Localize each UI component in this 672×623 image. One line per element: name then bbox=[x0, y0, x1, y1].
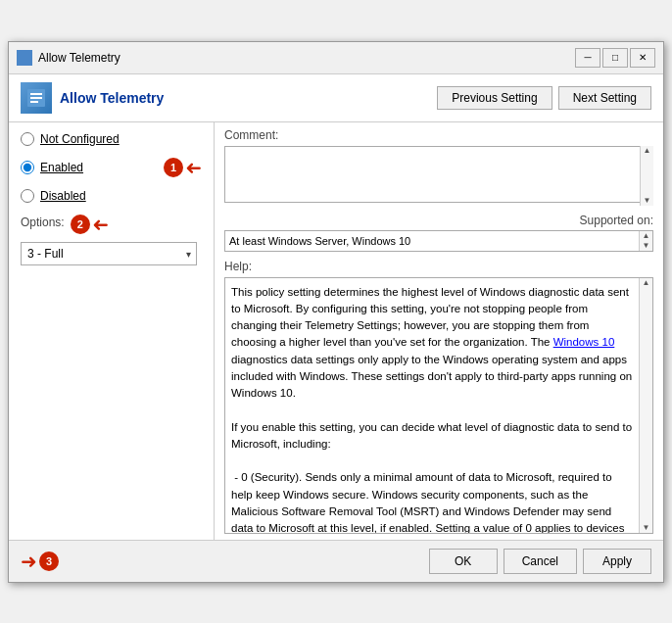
help-paragraph-1: This policy setting determines the highe… bbox=[231, 284, 633, 403]
disabled-option[interactable]: Disabled bbox=[21, 189, 202, 203]
supported-scrollbar-down-icon[interactable]: ▼ bbox=[643, 242, 650, 250]
win10-link: Windows 10 bbox=[553, 336, 615, 348]
comment-scrollbar[interactable]: ▲ ▼ bbox=[640, 146, 653, 206]
svg-rect-3 bbox=[30, 101, 38, 103]
svg-rect-2 bbox=[30, 97, 42, 99]
enabled-label: Enabled bbox=[40, 161, 83, 174]
annotation-3-arrow: ➜ bbox=[21, 550, 37, 573]
title-bar: Allow Telemetry ─ □ ✕ bbox=[9, 42, 663, 74]
cancel-button[interactable]: Cancel bbox=[504, 549, 577, 574]
help-scrollbar[interactable]: ▲ ▼ bbox=[639, 278, 652, 533]
help-scrollbar-down-icon[interactable]: ▼ bbox=[643, 524, 650, 532]
supported-section: Supported on: At least Windows Server, W… bbox=[224, 214, 653, 252]
next-setting-button[interactable]: Next Setting bbox=[558, 86, 651, 110]
not-configured-label: Not Configured bbox=[40, 132, 120, 146]
previous-setting-button[interactable]: Previous Setting bbox=[437, 86, 552, 110]
supported-scrollbar-up-icon[interactable]: ▲ bbox=[643, 232, 650, 240]
window-title: Allow Telemetry bbox=[38, 51, 120, 65]
title-bar-left: Allow Telemetry bbox=[17, 50, 120, 66]
annotation-1: 1 bbox=[164, 158, 183, 177]
help-paragraph-3: - 0 (Security). Sends only a minimal amo… bbox=[231, 469, 633, 532]
annotation-2-arrow: ➜ bbox=[92, 213, 109, 236]
enabled-row: Enabled 1 ➜ bbox=[21, 156, 202, 179]
annotation-3: 3 bbox=[39, 551, 59, 571]
supported-label: Supported on: bbox=[580, 214, 653, 227]
options-select-wrapper: 0 - Security 1 - Basic 2 - Enhanced 3 - … bbox=[21, 242, 197, 265]
right-panel: Comment: ▲ ▼ Supported on: At least Wind… bbox=[215, 122, 663, 540]
minimize-button[interactable]: ─ bbox=[575, 48, 600, 68]
apply-button[interactable]: Apply bbox=[583, 549, 651, 574]
help-text: This policy setting determines the highe… bbox=[225, 278, 652, 533]
annotation-3-group: ➜ 3 bbox=[21, 549, 59, 574]
not-configured-option[interactable]: Not Configured bbox=[21, 132, 202, 146]
left-panel: Not Configured Enabled 1 ➜ Disabled bbox=[9, 122, 215, 540]
options-label: Options: bbox=[21, 216, 65, 229]
svg-rect-1 bbox=[30, 93, 42, 95]
help-section: Help: This policy setting determines the… bbox=[224, 260, 653, 534]
comment-label: Comment: bbox=[224, 128, 653, 142]
comment-box-wrapper: ▲ ▼ bbox=[224, 146, 653, 206]
help-label: Help: bbox=[224, 260, 653, 273]
comment-section: Comment: ▲ ▼ bbox=[224, 128, 653, 206]
supported-label-row: Supported on: bbox=[224, 214, 653, 227]
dialog-header: Allow Telemetry Previous Setting Next Se… bbox=[9, 74, 663, 122]
enabled-radio[interactable] bbox=[21, 161, 34, 174]
help-box: This policy setting determines the highe… bbox=[224, 277, 653, 534]
close-button[interactable]: ✕ bbox=[630, 48, 655, 68]
window-icon bbox=[17, 50, 32, 66]
options-label-row: Options: 2 ➜ bbox=[21, 213, 202, 236]
ok-button[interactable]: OK bbox=[429, 549, 498, 574]
dialog-footer: ➜ 3 OK Cancel Apply bbox=[9, 540, 663, 582]
supported-scrollbar[interactable]: ▲ ▼ bbox=[639, 231, 652, 251]
help-scrollbar-up-icon[interactable]: ▲ bbox=[643, 279, 650, 287]
title-bar-controls: ─ □ ✕ bbox=[575, 48, 655, 68]
enabled-option[interactable]: Enabled bbox=[21, 161, 160, 174]
options-select[interactable]: 0 - Security 1 - Basic 2 - Enhanced 3 - … bbox=[21, 242, 197, 265]
radio-group: Not Configured Enabled 1 ➜ Disabled bbox=[21, 132, 202, 203]
dialog-header-title: Allow Telemetry bbox=[60, 90, 164, 106]
main-content: Not Configured Enabled 1 ➜ Disabled bbox=[9, 122, 663, 540]
options-section: Options: 2 ➜ 0 - Security 1 - Basic 2 - … bbox=[21, 213, 202, 265]
supported-text: At least Windows Server, Windows 10 bbox=[225, 231, 652, 251]
dialog-header-left: Allow Telemetry bbox=[21, 82, 164, 114]
not-configured-radio[interactable] bbox=[21, 132, 34, 146]
disabled-label: Disabled bbox=[40, 189, 86, 203]
help-paragraph-2: If you enable this setting, you can deci… bbox=[231, 419, 633, 454]
annotation-2: 2 bbox=[71, 215, 90, 234]
maximize-button[interactable]: □ bbox=[602, 48, 628, 68]
scrollbar-up-icon[interactable]: ▲ bbox=[644, 147, 651, 155]
scrollbar-down-icon[interactable]: ▼ bbox=[644, 197, 651, 205]
policy-icon bbox=[21, 82, 52, 114]
dialog-window: Allow Telemetry ─ □ ✕ Allow Telemetry Pr… bbox=[8, 41, 664, 583]
annotation-1-arrow: ➜ bbox=[185, 156, 202, 179]
disabled-radio[interactable] bbox=[21, 189, 34, 203]
comment-textarea[interactable] bbox=[224, 146, 653, 203]
nav-buttons: Previous Setting Next Setting bbox=[437, 86, 651, 110]
supported-box: At least Windows Server, Windows 10 ▲ ▼ bbox=[224, 230, 653, 252]
